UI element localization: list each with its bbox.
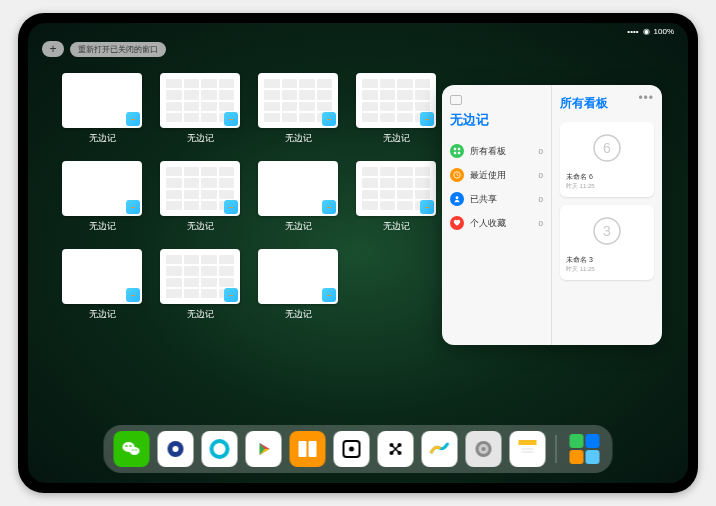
svg-rect-37 bbox=[586, 450, 600, 464]
svg-rect-20 bbox=[309, 441, 317, 457]
dock-wechat[interactable] bbox=[114, 431, 150, 467]
more-button[interactable]: ••• bbox=[638, 91, 654, 105]
window-thumbnail[interactable]: 无边记 bbox=[356, 161, 436, 233]
sidebar-item-count: 0 bbox=[539, 147, 543, 156]
window-thumbnail[interactable]: 无边记 bbox=[160, 73, 240, 145]
popup-app-title: 无边记 bbox=[450, 111, 543, 129]
svg-point-11 bbox=[130, 447, 140, 455]
freeform-icon bbox=[224, 288, 238, 302]
svg-point-12 bbox=[126, 445, 128, 447]
sidebar-item-label: 已共享 bbox=[470, 193, 497, 206]
board-sketch: 3 bbox=[566, 211, 648, 251]
thumb-preview bbox=[62, 249, 142, 304]
signal-icon: •••• bbox=[627, 27, 638, 36]
dock-quark-hd[interactable] bbox=[158, 431, 194, 467]
window-thumbnail[interactable]: 无边记 bbox=[356, 73, 436, 145]
window-thumbnail[interactable]: 无边记 bbox=[258, 161, 338, 233]
ipad-device: •••• ◉ 100% + 重新打开已关闭的窗口 无边记 无边记 无边记 无边记 bbox=[18, 13, 698, 493]
thumb-preview bbox=[258, 249, 338, 304]
window-thumbnail[interactable]: 无边记 bbox=[62, 161, 142, 233]
svg-point-13 bbox=[130, 445, 132, 447]
svg-point-29 bbox=[482, 447, 486, 451]
stage-manager-popup: 无边记 所有看板 0 最近使用 0 已共享 0 个人收藏 0 ••• 所有看板 … bbox=[442, 85, 662, 345]
sidebar-item-label: 最近使用 bbox=[470, 169, 506, 182]
board-date: 昨天 11:25 bbox=[566, 182, 648, 191]
battery-level: 100% bbox=[654, 27, 674, 36]
window-label: 无边记 bbox=[89, 220, 116, 233]
svg-point-15 bbox=[135, 449, 137, 451]
window-thumbnail[interactable]: 无边记 bbox=[258, 249, 338, 321]
dock-notes[interactable] bbox=[510, 431, 546, 467]
svg-point-5 bbox=[456, 196, 459, 199]
freeform-icon bbox=[224, 112, 238, 126]
freeform-icon bbox=[126, 112, 140, 126]
window-thumbnail[interactable]: 无边记 bbox=[160, 161, 240, 233]
window-label: 无边记 bbox=[89, 132, 116, 145]
board-card[interactable]: 3 未命名 3 昨天 11:25 bbox=[560, 205, 654, 280]
dock-divider bbox=[556, 435, 557, 463]
thumb-preview bbox=[258, 161, 338, 216]
thumb-preview bbox=[160, 249, 240, 304]
thumb-preview bbox=[62, 161, 142, 216]
dock-settings[interactable] bbox=[466, 431, 502, 467]
sidebar-item-grid[interactable]: 所有看板 0 bbox=[450, 139, 543, 163]
svg-rect-30 bbox=[519, 440, 537, 445]
svg-point-14 bbox=[132, 449, 134, 451]
svg-rect-19 bbox=[299, 441, 307, 457]
thumb-preview bbox=[258, 73, 338, 128]
sidebar-item-clock[interactable]: 最近使用 0 bbox=[450, 163, 543, 187]
sidebar-item-label: 所有看板 bbox=[470, 145, 506, 158]
top-controls: + 重新打开已关闭的窗口 bbox=[42, 41, 166, 57]
board-sketch: 6 bbox=[566, 128, 648, 168]
sidebar-item-person[interactable]: 已共享 0 bbox=[450, 187, 543, 211]
freeform-icon bbox=[322, 112, 336, 126]
window-thumbnail[interactable]: 无边记 bbox=[160, 249, 240, 321]
dock-app-x[interactable] bbox=[378, 431, 414, 467]
screen: •••• ◉ 100% + 重新打开已关闭的窗口 无边记 无边记 无边记 无边记 bbox=[28, 23, 688, 483]
svg-text:6: 6 bbox=[603, 140, 611, 156]
board-card[interactable]: 6 未命名 6 昨天 11:25 bbox=[560, 122, 654, 197]
popup-sidebar: 无边记 所有看板 0 最近使用 0 已共享 0 个人收藏 0 bbox=[442, 85, 552, 345]
dock-quark[interactable] bbox=[202, 431, 238, 467]
sidebar-item-heart[interactable]: 个人收藏 0 bbox=[450, 211, 543, 235]
sidebar-item-label: 个人收藏 bbox=[470, 217, 506, 230]
svg-rect-36 bbox=[570, 450, 584, 464]
thumb-preview bbox=[62, 73, 142, 128]
dock bbox=[104, 425, 613, 473]
freeform-icon bbox=[126, 288, 140, 302]
freeform-icon bbox=[224, 200, 238, 214]
status-bar: •••• ◉ 100% bbox=[627, 27, 674, 36]
window-grid: 无边记 无边记 无边记 无边记 无边记 无边记 无边记 bbox=[62, 73, 442, 321]
dock-freeform[interactable] bbox=[422, 431, 458, 467]
sidebar-icon bbox=[450, 95, 462, 105]
window-label: 无边记 bbox=[187, 308, 214, 321]
window-thumbnail[interactable]: 无边记 bbox=[62, 249, 142, 321]
window-label: 无边记 bbox=[383, 132, 410, 145]
thumb-preview bbox=[160, 161, 240, 216]
window-label: 无边记 bbox=[383, 220, 410, 233]
heart-icon bbox=[450, 216, 464, 230]
window-thumbnail[interactable]: 无边记 bbox=[62, 73, 142, 145]
freeform-icon bbox=[322, 200, 336, 214]
person-icon bbox=[450, 192, 464, 206]
sidebar-item-count: 0 bbox=[539, 195, 543, 204]
add-window-button[interactable]: + bbox=[42, 41, 64, 57]
board-name: 未命名 6 bbox=[566, 172, 648, 182]
svg-text:3: 3 bbox=[603, 223, 611, 239]
window-label: 无边记 bbox=[285, 132, 312, 145]
window-thumbnail[interactable]: 无边记 bbox=[258, 73, 338, 145]
window-label: 无边记 bbox=[187, 220, 214, 233]
svg-point-22 bbox=[349, 447, 354, 452]
window-label: 无边记 bbox=[187, 132, 214, 145]
clock-icon bbox=[450, 168, 464, 182]
dock-play[interactable] bbox=[246, 431, 282, 467]
sidebar-item-count: 0 bbox=[539, 171, 543, 180]
board-date: 昨天 11:25 bbox=[566, 265, 648, 274]
svg-rect-3 bbox=[458, 152, 460, 154]
window-label: 无边记 bbox=[89, 308, 116, 321]
dock-books[interactable] bbox=[290, 431, 326, 467]
dock-dice[interactable] bbox=[334, 431, 370, 467]
dock-app-library[interactable] bbox=[567, 431, 603, 467]
svg-rect-1 bbox=[458, 148, 460, 150]
reopen-closed-button[interactable]: 重新打开已关闭的窗口 bbox=[70, 42, 166, 57]
